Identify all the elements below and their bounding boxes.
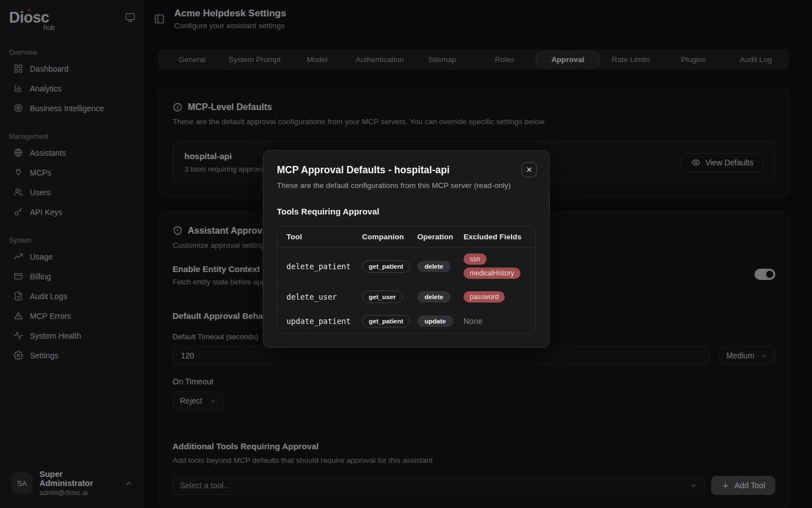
col-excluded-fields: Excluded Fields (459, 226, 531, 247)
close-icon (526, 166, 533, 173)
col-companion: Companion (358, 226, 413, 247)
excluded-none: None (464, 317, 482, 326)
col-tool: Tool (282, 226, 358, 247)
operation-badge: delete (417, 261, 451, 272)
companion-badge: get_user (362, 291, 403, 303)
close-button[interactable] (522, 162, 537, 177)
companion-badge: get_patient (362, 260, 410, 273)
operation-badge: update (417, 316, 453, 327)
mcp-approval-defaults-modal: MCP Approval Defaults - hospital-api The… (263, 150, 550, 348)
companion-badge: get_patient (362, 315, 410, 327)
modal-header: MCP Approval Defaults - hospital-api The… (277, 164, 536, 190)
excluded-field-badge: medicalHistory (464, 268, 520, 279)
tool-name: update_patient (286, 317, 351, 326)
excluded-field-badge: password (464, 291, 505, 303)
table-row: delete_user get_user delete password (277, 285, 535, 309)
table-row: update_patient get_patient update None (277, 309, 535, 333)
modal-subtitle: These are the default configurations fro… (277, 181, 511, 190)
table-header-row: Tool Companion Operation Excluded Fields (277, 226, 535, 248)
excluded-field-badge: ssn (464, 253, 487, 265)
col-operation: Operation (413, 226, 459, 247)
table-row: delete_patient get_patient delete ssn me… (277, 248, 535, 285)
modal-title: MCP Approval Defaults - hospital-api (277, 164, 511, 176)
modal-section-title: Tools Requiring Approval (277, 207, 536, 216)
tool-name: delete_user (286, 292, 337, 301)
operation-badge: delete (417, 291, 451, 303)
tool-name: delete_patient (286, 262, 351, 271)
modal-title-block: MCP Approval Defaults - hospital-api The… (277, 164, 511, 190)
tools-table: Tool Companion Operation Excluded Fields… (277, 226, 536, 334)
